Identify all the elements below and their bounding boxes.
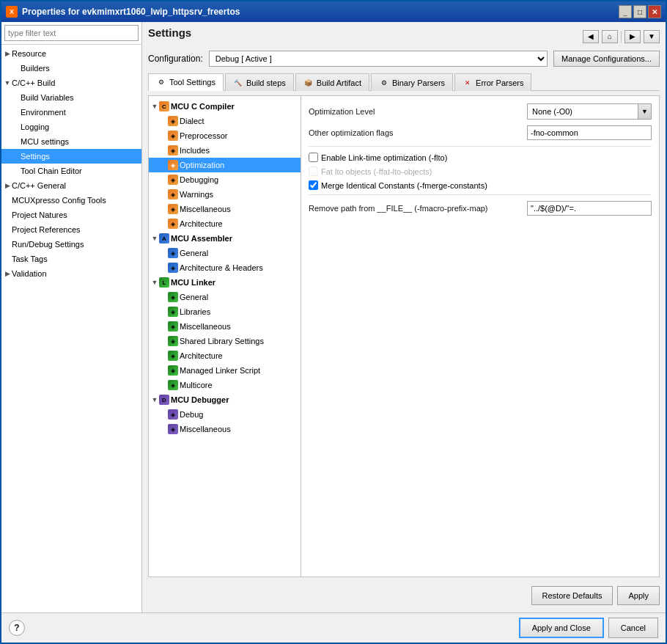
- remove-path-input[interactable]: [527, 201, 652, 216]
- leaf-icon: ◈: [168, 160, 178, 170]
- sidebar-item-label: Tool Chain Editor: [21, 167, 139, 175]
- sidebar-item-build-variables[interactable]: Build Variables: [1, 90, 141, 105]
- main-window: X Properties for evkmimxrt1060_lwip_http…: [0, 0, 667, 644]
- tool-tree-linker-misc[interactable]: ◈ Miscellaneous: [149, 319, 301, 334]
- config-select[interactable]: Debug [ Active ]: [209, 51, 548, 67]
- panel-header: Settings ◀ ⌂ ▶ ▼: [148, 26, 660, 46]
- manage-configurations-button[interactable]: Manage Configurations...: [553, 51, 660, 67]
- maximize-button[interactable]: □: [633, 5, 646, 18]
- tool-tree-shared-lib[interactable]: ◈ Shared Library Settings: [149, 334, 301, 348]
- binary-parsers-icon: ⚙: [379, 78, 389, 88]
- close-button[interactable]: ✕: [648, 5, 661, 18]
- other-flags-input[interactable]: [527, 125, 652, 140]
- apply-button[interactable]: Apply: [617, 586, 660, 605]
- fat-lto-checkbox[interactable]: [309, 167, 318, 176]
- spacer: [12, 152, 21, 161]
- nav-back-button[interactable]: ◀: [583, 30, 599, 43]
- expand-icon: ▶: [3, 181, 12, 190]
- filter-box: [1, 22, 141, 45]
- tool-tree-multicore[interactable]: ◈ Multicore: [149, 378, 301, 392]
- leaf-icon: ◈: [168, 380, 178, 390]
- sidebar-item-resource[interactable]: ▶ Resource: [1, 46, 141, 61]
- help-button[interactable]: ?: [9, 620, 25, 636]
- leaf-icon: ◈: [168, 189, 178, 200]
- sidebar-item-label: Validation: [12, 269, 139, 278]
- tool-tree-asm-general[interactable]: ◈ General: [149, 246, 301, 260]
- tool-tree-debugging[interactable]: ◈ Debugging: [149, 172, 301, 187]
- sidebar-item-project-references[interactable]: Project References: [1, 222, 141, 237]
- sidebar-item-label: MCU settings: [21, 137, 139, 146]
- filter-input[interactable]: [4, 25, 139, 41]
- panel-title: Settings: [148, 26, 191, 42]
- sidebar-item-validation[interactable]: ▶ Validation: [1, 266, 141, 281]
- sidebar-item-task-tags[interactable]: Task Tags: [1, 252, 141, 266]
- tab-tool-settings[interactable]: ⚙ Tool Settings: [148, 73, 224, 91]
- sidebar-item-c-cpp-general[interactable]: ▶ C/C++ General: [1, 178, 141, 193]
- tool-tree-mcu-linker[interactable]: ▼ L MCU Linker: [149, 275, 301, 290]
- panel-nav: ◀ ⌂ ▶ ▼: [583, 30, 660, 43]
- tool-tree-dialect[interactable]: ◈ Dialect: [149, 114, 301, 128]
- tool-tree-architecture[interactable]: ◈ Architecture: [149, 216, 301, 231]
- sidebar-item-tool-chain-editor[interactable]: Tool Chain Editor: [1, 164, 141, 178]
- sidebar-item-c-cpp-build[interactable]: ▼ C/C++ Build: [1, 76, 141, 90]
- tool-tree-managed-linker[interactable]: ◈ Managed Linker Script: [149, 363, 301, 378]
- tab-build-steps[interactable]: 🔨 Build steps: [225, 73, 294, 91]
- opt-level-value: None (-O0): [528, 107, 638, 116]
- spacer: [3, 255, 12, 263]
- tool-tree-linker-general[interactable]: ◈ General: [149, 290, 301, 304]
- tool-tree-linker-arch[interactable]: ◈ Architecture: [149, 348, 301, 363]
- tool-tree-warnings[interactable]: ◈ Warnings: [149, 187, 301, 202]
- sidebar-item-mcuxpresso[interactable]: MCUXpresso Config Tools: [1, 193, 141, 208]
- tool-tree-debugger-misc[interactable]: ◈ Miscellaneous: [149, 422, 301, 436]
- tool-tree-optimization[interactable]: ◈ Optimization: [149, 158, 301, 172]
- tool-tree-includes[interactable]: ◈ Includes: [149, 143, 301, 158]
- footer: ? Apply and Close Cancel: [1, 612, 666, 643]
- tab-error-parsers[interactable]: ✕ Error Parsers: [454, 73, 531, 91]
- nav-dropdown-button[interactable]: ▼: [644, 30, 660, 43]
- tool-label: Managed Linker Script: [180, 366, 298, 375]
- restore-defaults-button[interactable]: Restore Defaults: [531, 586, 613, 605]
- tool-tree-libraries[interactable]: ◈ Libraries: [149, 304, 301, 319]
- tab-binary-parsers[interactable]: ⚙ Binary Parsers: [371, 73, 453, 91]
- sidebar-item-label: Build Variables: [21, 93, 139, 102]
- opt-level-combo[interactable]: None (-O0) ▼: [527, 103, 652, 120]
- link-time-checkbox[interactable]: [309, 153, 318, 162]
- nav-forward-button[interactable]: ▶: [624, 30, 641, 43]
- sidebar-item-project-natures[interactable]: Project Natures: [1, 208, 141, 222]
- tool-tree-miscellaneous[interactable]: ◈ Miscellaneous: [149, 202, 301, 216]
- tool-tree-arch-headers[interactable]: ◈ Architecture & Headers: [149, 260, 301, 275]
- expand-icon: ▼: [3, 78, 12, 87]
- opt-level-row: Optimization Level None (-O0) ▼: [309, 103, 652, 120]
- sidebar-item-environment[interactable]: Environment: [1, 105, 141, 120]
- tool-tree-debug[interactable]: ◈ Debug: [149, 407, 301, 422]
- sidebar-item-settings[interactable]: Settings: [1, 149, 141, 164]
- tool-tree-mcu-assembler[interactable]: ▼ A MCU Assembler: [149, 231, 301, 246]
- tool-label: Miscellaneous: [180, 322, 298, 331]
- tool-tree-mcu-debugger[interactable]: ▼ D MCU Debugger: [149, 392, 301, 407]
- nav-home-button[interactable]: ⌂: [602, 30, 618, 43]
- tool-tree-preprocessor[interactable]: ◈ Preprocessor: [149, 128, 301, 143]
- sidebar-item-builders[interactable]: Builders: [1, 61, 141, 76]
- window-icon: X: [6, 6, 18, 18]
- sidebar-item-logging[interactable]: Logging: [1, 120, 141, 134]
- tab-build-artifact[interactable]: 📦 Build Artifact: [295, 73, 369, 91]
- tool-tree-mcu-c-compiler[interactable]: ▼ C MCU C Compiler: [149, 99, 301, 114]
- tool-tree-panel: ▼ C MCU C Compiler ◈ Dialect ◈ Preproces…: [149, 96, 301, 577]
- sidebar-item-mcu-settings[interactable]: MCU settings: [1, 134, 141, 149]
- right-panel: Settings ◀ ⌂ ▶ ▼ Configuration: Debug [ …: [142, 22, 666, 612]
- config-select-wrapper: Debug [ Active ]: [209, 51, 548, 67]
- cancel-button[interactable]: Cancel: [608, 618, 658, 638]
- opt-level-dropdown[interactable]: ▼: [638, 104, 651, 119]
- window-controls: _ □ ✕: [619, 5, 661, 18]
- leaf-icon: ◈: [168, 131, 178, 141]
- leaf-icon: ◈: [168, 365, 178, 376]
- apply-close-button[interactable]: Apply and Close: [519, 618, 604, 638]
- merge-constants-checkbox[interactable]: [309, 180, 318, 190]
- tool-label: Architecture: [180, 351, 298, 360]
- assembler-icon: A: [159, 233, 169, 244]
- sidebar-item-label: MCUXpresso Config Tools: [12, 196, 139, 205]
- leaf-icon: ◈: [168, 409, 178, 420]
- minimize-button[interactable]: _: [619, 5, 632, 18]
- error-parsers-icon: ✕: [463, 78, 473, 88]
- sidebar-item-run-debug[interactable]: Run/Debug Settings: [1, 237, 141, 252]
